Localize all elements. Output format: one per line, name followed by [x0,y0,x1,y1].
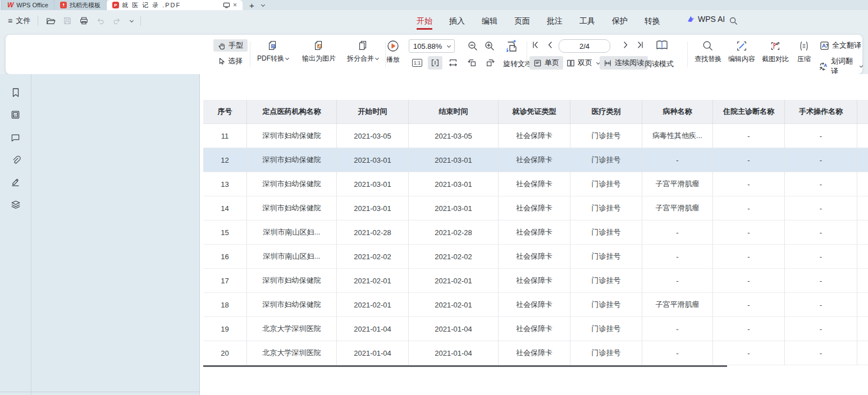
file-menu[interactable]: ≡ 文件 [8,16,30,26]
divider [38,16,38,26]
fit-width-button[interactable] [446,56,460,70]
pdf-file-icon: P [112,2,119,8]
read-mode-label[interactable]: 阅读模式 [645,59,674,69]
next-page-icon[interactable] [621,40,630,49]
one-to-one-button[interactable]: 1:1 [410,56,424,70]
zoom-in-icon[interactable] [484,40,495,52]
word-translate-button[interactable]: 划词翻译 [819,56,862,76]
read-mode-book-icon[interactable] [655,39,669,52]
table-cell: 社会保障卡 [499,317,570,341]
table-cell: 病毒性其他疾... [642,124,713,148]
rotate-doc-label[interactable]: 旋转文档 [503,59,532,69]
table-cell: 2021-02-01 [409,293,499,317]
monitor-icon[interactable] [223,2,230,8]
select-tool-button[interactable]: 选择 [213,55,247,67]
layers-icon[interactable] [7,199,24,210]
play-button[interactable]: 播放 [379,39,407,65]
undo-icon[interactable] [96,17,105,25]
table-cell: 子宫平滑肌瘤 [642,172,713,196]
compress-button[interactable]: 压缩 [792,40,816,64]
table-cell: 社会保障卡 [499,245,570,269]
pdf-convert-button[interactable]: PDF转换 [253,39,293,63]
menu-item-5[interactable]: 工具 [579,12,595,30]
menu-item-4[interactable]: 批注 [547,12,563,30]
tab-wps-office[interactable]: W WPS Office [1,0,54,10]
rotate-left-button[interactable] [465,56,479,70]
table-cell: - [785,124,857,148]
zoom-out-icon[interactable] [467,40,478,52]
thumbnail-icon[interactable] [7,109,24,121]
menu-item-3[interactable]: 页面 [514,12,530,30]
menu-item-6[interactable]: 保护 [612,12,628,30]
fit-page-button[interactable] [428,56,442,70]
tab-pdf-document[interactable]: P 就 医 记 录 .PDF × [107,0,243,10]
chevron-down-icon [447,43,451,47]
find-replace-button[interactable]: 查找替换 [692,40,724,64]
print-icon[interactable] [79,16,89,25]
double-page-button[interactable]: 双页 [563,56,604,70]
continuous-read-button[interactable]: 连续阅读 [600,56,648,70]
tab-docer-templates[interactable]: 找稻壳模板 [54,0,107,10]
table-cell: 子宫平滑肌瘤 [642,293,713,317]
comment-icon[interactable] [7,131,24,143]
docer-icon [60,2,67,8]
table-cell: 深圳市妇幼保健院 [247,293,337,317]
save-icon[interactable] [63,16,72,25]
menu-item-0[interactable]: 开始 [417,12,432,30]
table-cell: 社会保障卡 [499,124,570,148]
table-cell: - [642,221,713,245]
first-page-icon[interactable] [531,40,540,49]
rotate-right-button[interactable] [483,56,497,70]
table-cell: 18 [203,293,247,317]
navigation-panel [0,74,200,395]
wps-ai-button[interactable]: WPS AI [687,15,725,24]
open-file-icon[interactable] [45,16,56,25]
ribbon-menu: 开始插入编辑页面批注工具保护转换 [417,10,660,31]
menu-item-7[interactable]: 转换 [645,12,660,30]
table-cell: 20 [203,341,247,365]
table-cell: 社会保障卡 [499,196,570,221]
select-tool-label: 选择 [228,56,243,66]
table-cell: - [642,341,713,365]
table-cell: 2021-01-04 [337,317,409,341]
menu-item-2[interactable]: 编辑 [482,12,497,30]
export-image-button[interactable]: 输出为图片 [296,39,341,63]
file-menu-label: 文件 [16,16,30,26]
full-translate-button[interactable]: 全文翻译 [820,40,861,50]
document-title: 就 医 记 录 .PDF [122,1,220,10]
add-tab-icon[interactable]: + [249,1,254,10]
bookmark-icon[interactable] [7,86,24,98]
table-cell: 2021-03-01 [337,172,409,196]
quick-tools-chevron-icon[interactable] [130,18,134,22]
attachment-icon[interactable] [7,154,24,166]
word-translate-icon [819,62,828,71]
rotate-left-icon [467,58,477,68]
single-page-button[interactable]: 单页 [529,56,563,70]
table-cell: 北京大学深圳医院 [247,341,337,365]
screenshot-compare-button[interactable]: 截图对比 [759,40,792,64]
hand-tool-button[interactable]: 手型 [213,39,248,52]
edit-content-button[interactable]: 编辑内容 [725,40,758,64]
page-indicator-box[interactable]: 2/4 [559,39,610,53]
chevron-down-icon [285,56,289,60]
menu-item-1[interactable]: 插入 [449,12,465,30]
search-icon[interactable] [729,16,738,25]
header-cell: 定点医药机构名称 [247,100,337,124]
rotate-doc-icon[interactable] [504,39,519,54]
table-cell: - [785,221,857,245]
page-indicator: 2/4 [579,42,590,50]
table-cell: 2021-02-02 [337,245,409,269]
prev-page-icon[interactable] [546,40,555,49]
sign-icon[interactable] [7,176,24,188]
continuous-read-label: 连续阅读 [615,58,644,68]
split-merge-button[interactable]: 拆分合并 [342,39,383,63]
tab-list-chevron-icon[interactable] [261,2,265,6]
table-row: 15深圳市南山区妇...2021-02-282021-02-28社会保障卡门诊挂… [203,221,868,245]
close-tab-icon[interactable]: × [233,1,237,9]
pdf-page[interactable]: 序号定点医药机构名称开始时间结束时间就诊凭证类型医疗类别病种名称住院主诊断名称手… [200,74,868,395]
last-page-icon[interactable] [636,40,645,49]
zoom-level-combobox[interactable]: 105.88% [409,39,455,53]
table-cell: 深圳市南山区妇... [247,221,337,245]
table-cell: 深圳市南山区妇... [247,245,337,269]
redo-icon[interactable] [112,17,121,25]
